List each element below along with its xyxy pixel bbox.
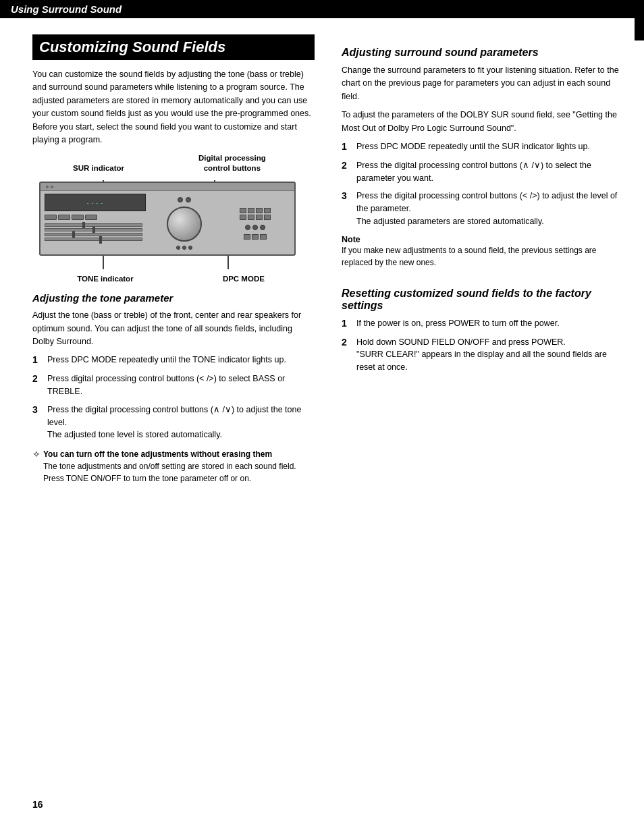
tip-detail-text: The tone adjustments and on/off setting … <box>43 462 296 483</box>
reset-step-1-num: 1 <box>342 316 354 331</box>
rec-grid-btn2 <box>252 234 259 240</box>
label-tone-bottom: TONE indicator <box>77 275 134 283</box>
tip-content: You can turn off the tone adjustments wi… <box>43 448 315 485</box>
note-title: Note <box>342 235 622 244</box>
label-sur: SUR indicator <box>73 163 124 173</box>
rec-grid-btn <box>256 208 263 213</box>
right-column: Adjusting surround sound parameters Chan… <box>331 18 644 501</box>
receiver-image: - - - - <box>39 182 296 256</box>
rec-btn-row <box>45 215 149 220</box>
rec-bottom-dot <box>260 225 265 230</box>
receiver-top-strip <box>41 183 294 191</box>
section-title: Customizing Sound Fields <box>32 34 315 60</box>
surround-step-2-text: Press the digital processing control but… <box>356 159 622 185</box>
tone-step-1-num: 1 <box>32 353 45 367</box>
page-content: Customizing Sound Fields You can customi… <box>0 18 644 501</box>
rec-sliders <box>45 223 149 241</box>
tone-step-1-text: Press DPC MODE repeatedly until the TONE… <box>47 354 286 366</box>
tip-bold-text: You can turn off the tone adjustments wi… <box>43 449 272 459</box>
rec-dots-row <box>176 246 192 250</box>
rec-bottom-grid <box>244 234 267 240</box>
tip-box: ✧ You can turn off the tone adjustments … <box>32 448 315 485</box>
surround-step-1: 1 Press DPC MODE repeatedly until the SU… <box>342 140 622 154</box>
tone-step-3-text2: The adjusted tone level is stored automa… <box>47 429 315 441</box>
tone-section-body: Adjust the tone (bass or treble) of the … <box>32 309 315 348</box>
rec-dot <box>46 186 49 188</box>
rec-bottom-dot <box>252 225 258 230</box>
rec-slider <box>45 238 142 241</box>
rec-middle-section <box>152 194 217 253</box>
rec-slider-thumb <box>99 236 102 244</box>
note-box: Note If you make new adjustments to a so… <box>342 235 622 269</box>
rec-small-controls <box>178 197 191 202</box>
rec-btn <box>85 215 97 220</box>
surround-step-3: 3 Press the digital processing control b… <box>342 190 622 227</box>
diagram-wrapper: SUR indicator Digital processing control… <box>32 153 315 283</box>
page-header: Using Surround Sound <box>0 0 644 18</box>
rec-indicator <box>186 197 191 202</box>
rec-slider <box>45 228 142 231</box>
diagram-area: - - - - <box>32 175 309 283</box>
rec-main-knob <box>167 206 202 242</box>
receiver-main: - - - - <box>41 191 294 256</box>
rec-dot-small <box>188 246 192 250</box>
rec-dot-small <box>182 246 186 250</box>
surround-step-1-text: Press DPC MODE repeatedly until the SUR … <box>356 140 590 153</box>
note-text: If you make new adjustments to a sound f… <box>342 244 622 269</box>
surround-steps-list: 1 Press DPC MODE repeatedly until the SU… <box>342 140 622 228</box>
surround-body2: To adjust the parameters of the DOLBY SU… <box>342 109 622 135</box>
rec-bottom-dots <box>245 225 265 230</box>
tone-step-2: 2 Press digital processing control butto… <box>32 373 315 398</box>
surround-step-2-num: 2 <box>342 159 354 173</box>
rec-indicator <box>178 197 183 202</box>
page-number: 16 <box>32 799 43 810</box>
reset-steps-list: 1 If the power is on, press POWER to tur… <box>342 317 622 374</box>
rec-btn <box>72 215 84 220</box>
reset-step-2: 2 Hold down SOUND FIELD ON/OFF and press… <box>342 336 622 374</box>
rec-grid-btn <box>248 208 254 213</box>
rec-grid-btn <box>248 215 254 220</box>
tone-section-title: Adjusting the tone parameter <box>32 292 315 304</box>
label-dpc-bottom: DPC MODE <box>223 275 265 283</box>
rec-grid-btn <box>256 215 263 220</box>
rec-grid-btn <box>240 208 246 213</box>
surround-step-3-text2: The adjusted parameters are stored autom… <box>356 215 622 228</box>
tone-step-3-num: 3 <box>32 403 45 417</box>
reset-step-2-text1: Hold down SOUND FIELD ON/OFF and press P… <box>356 336 622 349</box>
surround-body1: Change the surround parameters to fit yo… <box>342 64 622 103</box>
surround-step-3-content: Press the digital processing control but… <box>356 190 622 227</box>
header-title: Using Surround Sound <box>11 3 122 15</box>
rec-slider <box>45 233 142 236</box>
tone-step-2-num: 2 <box>32 372 45 386</box>
reset-step-2-content: Hold down SOUND FIELD ON/OFF and press P… <box>356 336 622 374</box>
rec-btn <box>45 215 57 220</box>
left-column: Customizing Sound Fields You can customi… <box>0 18 331 501</box>
reset-section-title: Resetting customized sound fields to the… <box>342 287 622 312</box>
intro-text: You can customize the sound fields by ad… <box>32 68 315 146</box>
rec-btn <box>58 215 70 220</box>
tone-step-3-text1: Press the digital processing control but… <box>47 404 315 429</box>
reset-step-1: 1 If the power is on, press POWER to tur… <box>342 317 622 331</box>
surround-step-2: 2 Press the digital processing control b… <box>342 159 622 185</box>
surround-step-1-num: 1 <box>342 140 354 154</box>
tone-step-3: 3 Press the digital processing control b… <box>32 404 315 441</box>
surround-step-3-num: 3 <box>342 189 354 203</box>
rec-bottom-dot <box>245 225 250 230</box>
tone-steps-list: 1 Press DPC MODE repeatedly until the TO… <box>32 354 315 441</box>
tip-icon: ✧ <box>32 449 41 460</box>
rec-button-grid <box>240 208 271 220</box>
tone-step-3-content: Press the digital processing control but… <box>47 404 315 441</box>
diagram-bottom-labels: TONE indicator DPC MODE <box>32 275 309 283</box>
top-right-accent <box>635 0 644 40</box>
rec-grid-btn2 <box>244 234 250 240</box>
rec-dot-small <box>176 246 180 250</box>
surround-step-3-text1: Press the digital processing control but… <box>356 190 622 215</box>
rec-left-section: - - - - <box>45 194 149 253</box>
rec-grid-btn2 <box>260 234 267 240</box>
reset-step-1-text: If the power is on, press POWER to turn … <box>356 317 560 330</box>
rec-right-section <box>220 194 290 253</box>
rec-display: - - - - <box>45 194 146 211</box>
reset-step-2-text2: "SURR CLEAR!" appears in the display and… <box>356 348 622 374</box>
rec-grid-btn <box>264 215 271 220</box>
reset-step-2-num: 2 <box>342 335 354 350</box>
